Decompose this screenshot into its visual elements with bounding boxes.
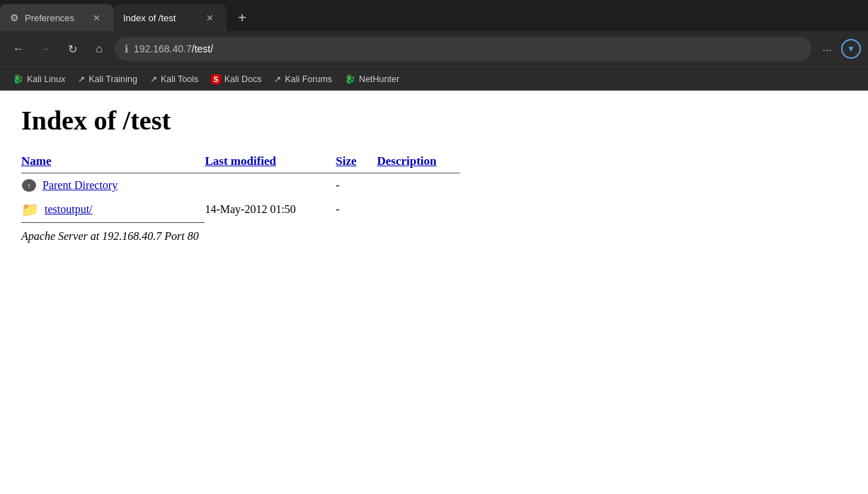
table-row: ↑Parent Directory- xyxy=(21,174,460,197)
nav-bar: ← → ↻ ⌂ ℹ 192.168.40.7/test/ ··· ▼ xyxy=(0,31,868,67)
bookmark-kali-tools[interactable]: ↗ Kali Tools xyxy=(144,72,204,86)
svg-text:↑: ↑ xyxy=(27,181,31,190)
bookmark-kali-forums-label: Kali Forums xyxy=(285,74,332,84)
info-icon: ℹ xyxy=(125,43,128,54)
index-tab-title: Index of /test xyxy=(123,13,198,23)
preferences-tab-title: Preferences xyxy=(25,13,84,23)
address-domain: 192.168.40.7 xyxy=(134,43,192,54)
col-size-header[interactable]: Size xyxy=(336,150,377,173)
col-name-header[interactable]: Name xyxy=(21,150,205,173)
kali-tools-icon: ↗ xyxy=(150,74,157,84)
tab-bar: ⚙ Preferences ✕ Index of /test ✕ + xyxy=(0,0,868,31)
bookmark-kali-tools-label: Kali Tools xyxy=(161,74,198,84)
parent-dir-icon: ↑ xyxy=(21,178,37,193)
profile-button[interactable]: ▼ xyxy=(841,39,861,59)
bookmark-nethunter[interactable]: 🐉 NetHunter xyxy=(339,72,405,86)
preferences-tab-close[interactable]: ✕ xyxy=(90,11,103,25)
entry-size: - xyxy=(336,197,377,222)
entry-date: 14-May-2012 01:50 xyxy=(205,197,336,222)
folder-icon: 📁 xyxy=(21,201,39,218)
more-button[interactable]: ··· xyxy=(816,38,838,60)
col-modified-header[interactable]: Last modified xyxy=(205,150,336,173)
footer-divider xyxy=(21,222,460,223)
preferences-tab-icon: ⚙ xyxy=(10,12,19,23)
entry-link[interactable]: Parent Directory xyxy=(42,179,118,192)
bookmark-kali-training[interactable]: ↗ Kali Training xyxy=(72,72,143,86)
bookmark-kali-forums[interactable]: ↗ Kali Forums xyxy=(268,72,338,86)
bookmark-kali-docs-label: Kali Docs xyxy=(224,74,262,84)
bookmark-kali-linux[interactable]: 🐉 Kali Linux xyxy=(7,72,71,86)
entry-name-cell: 📁testoutput/ xyxy=(21,197,205,222)
col-name-link[interactable]: Name xyxy=(21,154,51,168)
entry-description xyxy=(377,174,460,197)
kali-docs-icon: S xyxy=(211,74,220,84)
bookmark-kali-training-label: Kali Training xyxy=(88,74,137,84)
entry-size: - xyxy=(336,174,377,197)
page-content: Index of /test Name Last modified Size D… xyxy=(0,91,868,473)
bookmarks-bar: 🐉 Kali Linux ↗ Kali Training ↗ Kali Tool… xyxy=(0,67,868,91)
kali-training-icon: ↗ xyxy=(78,74,85,84)
nav-extra: ··· ▼ xyxy=(816,38,861,60)
col-modified-link[interactable]: Last modified xyxy=(205,154,276,168)
browser-chrome: ⚙ Preferences ✕ Index of /test ✕ + ← → ↻… xyxy=(0,0,868,91)
entry-description xyxy=(377,197,460,222)
address-bar[interactable]: ℹ 192.168.40.7/test/ xyxy=(115,37,811,61)
address-text: 192.168.40.7/test/ xyxy=(134,43,801,54)
new-tab-button[interactable]: + xyxy=(229,10,255,26)
forward-button[interactable]: → xyxy=(34,38,57,60)
back-button[interactable]: ← xyxy=(7,38,30,60)
kali-forums-icon: ↗ xyxy=(274,74,281,84)
bookmark-kali-linux-label: Kali Linux xyxy=(27,74,65,84)
tab-preferences[interactable]: ⚙ Preferences ✕ xyxy=(0,4,113,31)
directory-table: Name Last modified Size Description ↑Par… xyxy=(21,150,460,223)
entry-name-cell: ↑Parent Directory xyxy=(21,174,205,197)
col-desc-link[interactable]: Description xyxy=(377,154,436,168)
col-size-link[interactable]: Size xyxy=(336,154,356,168)
bookmark-kali-docs[interactable]: S Kali Docs xyxy=(205,72,267,86)
col-desc-header[interactable]: Description xyxy=(377,150,460,173)
apache-footer: Apache Server at 192.168.40.7 Port 80 xyxy=(21,230,847,243)
nethunter-icon: 🐉 xyxy=(345,74,355,84)
entry-link[interactable]: testoutput/ xyxy=(45,203,93,216)
page-title: Index of /test xyxy=(21,105,847,136)
table-row: 📁testoutput/14-May-2012 01:50- xyxy=(21,197,460,222)
tab-index[interactable]: Index of /test ✕ xyxy=(113,4,227,31)
home-button[interactable]: ⌂ xyxy=(88,38,110,60)
table-header-row: Name Last modified Size Description xyxy=(21,150,460,173)
address-path: /test/ xyxy=(192,43,213,54)
kali-linux-icon: 🐉 xyxy=(13,74,23,84)
reload-button[interactable]: ↻ xyxy=(61,38,84,60)
entry-date xyxy=(205,174,336,197)
bookmark-nethunter-label: NetHunter xyxy=(359,74,399,84)
index-tab-close[interactable]: ✕ xyxy=(203,11,217,25)
